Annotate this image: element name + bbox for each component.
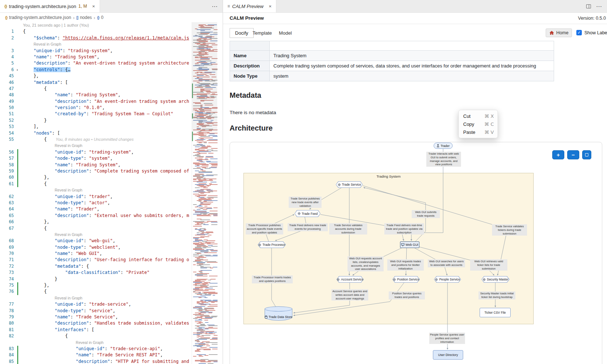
git-added-gutter-bar xyxy=(17,289,18,295)
diagram-node-web-gui[interactable]: Web GUI xyxy=(400,241,419,248)
code-line[interactable]: 3 "unique-id": "trading-system", xyxy=(0,48,192,54)
code-line[interactable]: 80 "description": "Handles trade submiss… xyxy=(0,320,192,326)
line-number: 70 xyxy=(0,251,14,257)
code-line[interactable]: 59 "description": "Complete trading syst… xyxy=(0,168,192,174)
code-line[interactable]: 85 "description": "HTTP API for submitti… xyxy=(0,359,192,364)
tab-docify[interactable]: Docify xyxy=(230,28,254,38)
code-line[interactable]: 84 "name": "Trade Service REST API", xyxy=(0,352,192,358)
node-label: People Service xyxy=(439,278,460,281)
breadcrumb-nodes[interactable]: nodes xyxy=(80,15,92,20)
code-line[interactable]: 47 { xyxy=(0,86,192,92)
code-line[interactable]: 52 } xyxy=(0,117,192,124)
codelens-reveal-in-graph[interactable]: Reveal in Graph xyxy=(55,143,82,149)
zoom-out-button[interactable]: − xyxy=(567,150,579,159)
tab-model[interactable]: Model xyxy=(279,30,292,36)
code-line[interactable]: 49 "description": "An event-driven tradi… xyxy=(0,98,192,105)
code-line[interactable]: 53 ], xyxy=(0,124,192,130)
code-line[interactable]: 63 "node-type": "actor", xyxy=(0,200,192,206)
tab-calm-preview[interactable]: ≡ CALM Preview ✕ xyxy=(223,0,276,12)
diagram-node-ticker-csv-file[interactable]: Ticker CSV File xyxy=(480,308,511,317)
code-line[interactable]: 56 "unique-id": "trading-system", xyxy=(0,149,192,155)
breadcrumb-file[interactable]: trading-system.architecture.json xyxy=(9,15,71,20)
code-line[interactable]: 50 "version": "0.1.0", xyxy=(0,105,192,111)
diagram-node-trader[interactable]: Trader xyxy=(434,143,453,149)
code-line[interactable]: 69 "node-type": "webclient", xyxy=(0,244,192,251)
codelens-reveal-in-graph[interactable]: Reveal in Graph xyxy=(55,295,82,301)
code-line[interactable]: 6› "controls": {… xyxy=(0,67,192,73)
code-line[interactable]: 45 }, xyxy=(0,73,192,79)
more-actions-icon[interactable]: ⋯ xyxy=(212,3,218,10)
diagram-node-trade-data-store[interactable]: Trade Data Store xyxy=(265,309,292,321)
code-line[interactable]: 46 "metadata": [ xyxy=(0,80,192,86)
table-value-cell: Trading System xyxy=(270,51,554,61)
codelens-row: Reveal in Graph xyxy=(0,340,192,346)
show-labels-checkbox[interactable]: ✓ xyxy=(576,30,582,35)
codelens-reveal-in-graph[interactable]: Reveal in Graph xyxy=(55,232,82,238)
diagram-node-trade-service[interactable]: Trade Service xyxy=(336,181,363,188)
code-line[interactable]: 51 "created-by": "Trading System Team – … xyxy=(0,111,192,117)
home-button[interactable]: Home xyxy=(546,28,572,37)
fit-view-button[interactable] xyxy=(582,150,591,159)
code-line[interactable]: 1{ xyxy=(0,28,192,35)
diagram-node-account-service[interactable]: Account Service xyxy=(337,276,364,283)
code-editor[interactable]: You, 21 seconds ago | 1 author (You)1{2 … xyxy=(0,22,192,364)
code-line[interactable]: 66 }, xyxy=(0,219,192,225)
zoom-in-button[interactable]: + xyxy=(552,150,564,159)
code-line[interactable]: 78 "node-type": "service", xyxy=(0,308,192,314)
code-line[interactable]: 83 "unique-id": "trade-service-api", xyxy=(0,346,192,352)
code-line[interactable]: 70 "name": "Web GUI", xyxy=(0,251,192,257)
minimap-slider[interactable] xyxy=(192,22,217,132)
context-menu-item-cut[interactable]: Cut ⌘ X xyxy=(459,112,497,120)
close-icon[interactable]: ✕ xyxy=(92,4,95,8)
code-line[interactable]: 77 "unique-id": "trade-service", xyxy=(0,301,192,307)
code-line[interactable]: 68 "unique-id": "web-gui", xyxy=(0,238,192,244)
minimap[interactable] xyxy=(192,22,217,364)
code-line[interactable]: 57 "node-type": "system", xyxy=(0,155,192,162)
close-icon[interactable]: ✕ xyxy=(269,4,272,8)
fold-chevron-icon[interactable]: › xyxy=(16,67,19,73)
tab-trading-system-json[interactable]: {} trading-system.architecture.json 1, M… xyxy=(0,0,100,12)
architecture-diagram[interactable]: Trading SystemTrader interacts with web … xyxy=(230,142,602,364)
context-menu-item-paste[interactable]: Paste ⌘ V xyxy=(459,128,497,136)
code-line[interactable]: 79 "name": "Trade Service", xyxy=(0,314,192,320)
code-line[interactable]: 82 { xyxy=(0,333,192,339)
person-icon xyxy=(437,144,439,147)
code-line[interactable]: 74 } xyxy=(0,276,192,282)
diagram-node-people-service[interactable]: People Service xyxy=(434,276,461,283)
code-line[interactable]: 81 "interfaces": [ xyxy=(0,327,192,333)
codelens-reveal-in-graph[interactable]: Reveal in Graph xyxy=(34,41,61,47)
split-editor-icon[interactable] xyxy=(586,4,591,8)
codelens-reveal-in-graph[interactable]: Reveal in Graph xyxy=(76,340,104,346)
code-line[interactable]: 62 "unique-id": "trader", xyxy=(0,194,192,200)
code-line[interactable]: 61 { xyxy=(0,181,192,187)
line-number: 79 xyxy=(0,314,14,320)
gear-icon xyxy=(393,278,396,281)
code-line[interactable]: 58 "name": "Trading System", xyxy=(0,162,192,168)
diagram-node-security-master[interactable]: Security Master xyxy=(481,276,510,283)
diagram-node-trade-processor[interactable]: Trade Processor xyxy=(258,241,286,248)
code-line[interactable]: 76 { xyxy=(0,289,192,295)
code-line[interactable]: 72 "metadata": { xyxy=(0,263,192,270)
diagram-node-trade-feed[interactable]: Trade Feed xyxy=(295,210,320,217)
codelens-reveal-in-graph[interactable]: Reveal in Graph xyxy=(55,187,82,193)
code-line[interactable]: 65 "description": "External user who sub… xyxy=(0,213,192,219)
code-line[interactable]: 5 "description": "An event-driven tradin… xyxy=(0,60,192,66)
code-line[interactable]: 60 }, xyxy=(0,174,192,181)
context-menu-item-copy[interactable]: Copy ⌘ C xyxy=(459,120,497,128)
code-line[interactable]: 54 "nodes": [ xyxy=(0,130,192,136)
code-line[interactable]: 2 "$schema": "https://calm.finos.org/rel… xyxy=(0,35,192,41)
code-line[interactable]: 64 "name": "Trader", xyxy=(0,206,192,212)
code-line[interactable]: 73 "data-classification": "Private" xyxy=(0,270,192,276)
code-line[interactable]: 55 {You, 8 minutes ago • Uncommitted cha… xyxy=(0,136,192,143)
code-line[interactable]: 48 "name": "Trading System", xyxy=(0,92,192,98)
code-text: "name": "Trading System", xyxy=(23,162,120,168)
more-actions-icon[interactable]: ⋯ xyxy=(596,3,602,10)
code-line[interactable]: 71 "description": "User-facing interface… xyxy=(0,257,192,263)
code-line[interactable]: 67 { xyxy=(0,225,192,232)
code-line[interactable]: 75 }, xyxy=(0,282,192,289)
breadcrumb-node-index[interactable]: 0 xyxy=(101,15,104,20)
diagram-node-position-service[interactable]: Position Service xyxy=(392,276,420,283)
tab-template[interactable]: Template xyxy=(253,30,272,36)
diagram-node-user-directory[interactable]: User Directory xyxy=(433,350,463,360)
code-line[interactable]: 4 "name": "Trading System", xyxy=(0,54,192,60)
